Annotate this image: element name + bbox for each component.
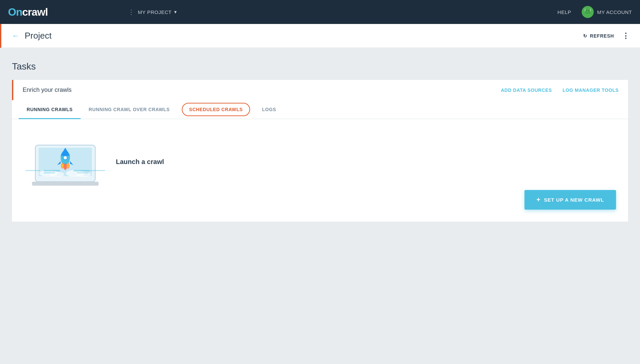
project-label: MY PROJECT [138, 9, 171, 15]
page-header: ← Project ↻ REFRESH ⋮ [0, 24, 640, 48]
svg-rect-8 [32, 182, 99, 186]
plus-icon: + [536, 196, 540, 204]
svg-rect-4 [584, 9, 586, 11]
project-dots-icon: ⋮ [128, 8, 135, 16]
svg-point-25 [62, 164, 64, 168]
more-options-button[interactable]: ⋮ [622, 32, 629, 40]
svg-rect-13 [44, 170, 60, 171]
empty-state: Launch a crawl + SET UP A NEW CRAWL [12, 119, 628, 222]
enrich-text: Enrich your crawls [23, 87, 501, 93]
account-menu[interactable]: MY ACCOUNT [582, 6, 632, 18]
top-navigation: Oncrawl ⋮ MY PROJECT ▾ HELP MY ACCOUNT [0, 0, 640, 24]
avatar [582, 6, 594, 18]
svg-rect-3 [585, 13, 590, 13]
add-data-sources-link[interactable]: ADD DATA SOURCES [501, 88, 552, 93]
back-button[interactable]: ← [12, 32, 19, 40]
tab-running-crawl-over-crawls[interactable]: RUNNING CRAWL OVER CRAWLS [81, 100, 177, 119]
svg-rect-28 [91, 170, 105, 171]
tab-running-crawls[interactable]: RUNNING CRAWLS [19, 100, 81, 119]
tab-logs[interactable]: LOGS [254, 100, 284, 119]
refresh-button[interactable]: ↻ REFRESH [583, 33, 614, 39]
svg-rect-5 [590, 9, 591, 11]
svg-rect-27 [25, 170, 40, 171]
main-content: Tasks Enrich your crawls ADD DATA SOURCE… [0, 48, 640, 364]
logo-on: On [8, 6, 22, 18]
logo-crawl: crawl [22, 6, 48, 18]
refresh-icon: ↻ [583, 33, 587, 39]
setup-new-crawl-button[interactable]: + SET UP A NEW CRAWL [524, 190, 616, 210]
svg-point-26 [67, 164, 69, 168]
logo-area: Oncrawl [8, 6, 121, 18]
project-dropdown-icon: ▾ [174, 9, 177, 15]
svg-rect-0 [582, 6, 594, 18]
tab-scheduled-crawls[interactable]: SCHEDULED CRAWLS [182, 103, 250, 116]
nav-right: HELP MY ACCOUNT [557, 6, 632, 18]
setup-button-label: SET UP A NEW CRAWL [544, 197, 604, 203]
tasks-heading: Tasks [12, 61, 628, 72]
enrich-actions: ADD DATA SOURCES LOG MANAGER TOOLS [501, 88, 619, 93]
svg-rect-15 [74, 170, 90, 171]
launch-crawl-text: Launch a crawl [116, 158, 164, 165]
log-manager-link[interactable]: LOG MANAGER TOOLS [562, 88, 619, 93]
account-label: MY ACCOUNT [597, 9, 632, 15]
svg-rect-16 [77, 172, 89, 173]
tabs-card: RUNNING CRAWLS RUNNING CRAWL OVER CRAWLS… [12, 100, 628, 222]
help-link[interactable]: HELP [557, 9, 571, 15]
svg-point-19 [63, 156, 67, 160]
project-menu[interactable]: ⋮ MY PROJECT ▾ [128, 8, 177, 16]
tabs-bar: RUNNING CRAWLS RUNNING CRAWL OVER CRAWLS… [12, 100, 628, 119]
page-title: Project [25, 31, 583, 41]
svg-rect-14 [44, 172, 55, 173]
setup-button-area: + SET UP A NEW CRAWL [524, 190, 616, 210]
rocket-illustration [25, 135, 105, 188]
logo: Oncrawl [8, 6, 48, 18]
refresh-label: REFRESH [590, 33, 614, 39]
enrich-card: Enrich your crawls ADD DATA SOURCES LOG … [12, 80, 628, 100]
launch-text-area: Launch a crawl [116, 158, 164, 166]
